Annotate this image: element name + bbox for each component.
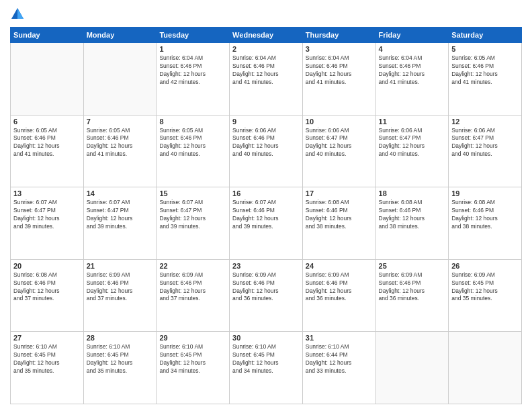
calendar-cell: 31Sunrise: 6:10 AM Sunset: 6:44 PM Dayli… <box>302 332 375 404</box>
page: SundayMondayTuesdayWednesdayThursdayFrid… <box>0 0 532 411</box>
calendar-cell: 13Sunrise: 6:07 AM Sunset: 6:47 PM Dayli… <box>11 187 84 260</box>
calendar-cell: 15Sunrise: 6:07 AM Sunset: 6:47 PM Dayli… <box>157 187 230 260</box>
day-info: Sunrise: 6:09 AM Sunset: 6:45 PM Dayligh… <box>451 271 519 304</box>
calendar-cell: 27Sunrise: 6:10 AM Sunset: 6:45 PM Dayli… <box>11 332 84 404</box>
day-number: 31 <box>306 334 373 342</box>
day-number: 2 <box>232 45 300 53</box>
day-info: Sunrise: 6:06 AM Sunset: 6:47 PM Dayligh… <box>379 127 446 159</box>
day-number: 23 <box>232 262 300 270</box>
day-info: Sunrise: 6:04 AM Sunset: 6:46 PM Dayligh… <box>159 54 226 87</box>
calendar-cell: 10Sunrise: 6:06 AM Sunset: 6:47 PM Dayli… <box>302 115 375 187</box>
calendar-cell: 28Sunrise: 6:10 AM Sunset: 6:45 PM Dayli… <box>83 332 157 404</box>
day-number: 20 <box>13 262 81 270</box>
day-info: Sunrise: 6:09 AM Sunset: 6:46 PM Dayligh… <box>232 271 300 304</box>
day-info: Sunrise: 6:10 AM Sunset: 6:45 PM Dayligh… <box>159 343 226 375</box>
calendar-cell: 5Sunrise: 6:05 AM Sunset: 6:46 PM Daylig… <box>449 43 522 116</box>
day-number: 5 <box>451 45 519 53</box>
weekday-header-sunday: Sunday <box>11 28 84 43</box>
day-number: 8 <box>159 118 226 126</box>
calendar-cell: 24Sunrise: 6:09 AM Sunset: 6:46 PM Dayli… <box>302 259 375 332</box>
calendar-cell: 19Sunrise: 6:08 AM Sunset: 6:46 PM Dayli… <box>449 187 522 260</box>
day-info: Sunrise: 6:09 AM Sunset: 6:46 PM Dayligh… <box>87 271 154 304</box>
calendar-cell: 3Sunrise: 6:04 AM Sunset: 6:46 PM Daylig… <box>302 43 375 116</box>
weekday-header-thursday: Thursday <box>302 28 375 43</box>
day-number: 22 <box>159 262 226 270</box>
calendar-week-3: 20Sunrise: 6:08 AM Sunset: 6:46 PM Dayli… <box>11 259 522 332</box>
day-info: Sunrise: 6:10 AM Sunset: 6:45 PM Dayligh… <box>13 343 81 375</box>
day-number: 30 <box>232 334 300 342</box>
weekday-header-tuesday: Tuesday <box>157 28 230 43</box>
calendar-header: SundayMondayTuesdayWednesdayThursdayFrid… <box>11 28 522 43</box>
day-number: 17 <box>306 189 373 197</box>
day-info: Sunrise: 6:08 AM Sunset: 6:46 PM Dayligh… <box>451 199 519 231</box>
day-info: Sunrise: 6:06 AM Sunset: 6:47 PM Dayligh… <box>451 127 519 159</box>
calendar-cell: 16Sunrise: 6:07 AM Sunset: 6:46 PM Dayli… <box>230 187 303 260</box>
calendar-week-4: 27Sunrise: 6:10 AM Sunset: 6:45 PM Dayli… <box>11 332 522 404</box>
day-number: 6 <box>13 118 81 126</box>
logo-icon <box>10 7 25 21</box>
day-info: Sunrise: 6:04 AM Sunset: 6:46 PM Dayligh… <box>306 54 373 87</box>
day-info: Sunrise: 6:10 AM Sunset: 6:45 PM Dayligh… <box>232 343 300 375</box>
weekday-header-friday: Friday <box>375 28 449 43</box>
day-info: Sunrise: 6:07 AM Sunset: 6:46 PM Dayligh… <box>232 199 300 231</box>
day-number: 15 <box>159 189 226 197</box>
weekday-header-monday: Monday <box>83 28 157 43</box>
calendar-week-1: 6Sunrise: 6:05 AM Sunset: 6:46 PM Daylig… <box>11 115 522 187</box>
day-info: Sunrise: 6:06 AM Sunset: 6:46 PM Dayligh… <box>232 127 300 159</box>
day-number: 12 <box>451 118 519 126</box>
calendar-cell <box>375 332 449 404</box>
day-number: 19 <box>451 189 519 197</box>
day-info: Sunrise: 6:05 AM Sunset: 6:46 PM Dayligh… <box>451 54 519 87</box>
day-info: Sunrise: 6:05 AM Sunset: 6:46 PM Dayligh… <box>13 127 81 159</box>
day-info: Sunrise: 6:04 AM Sunset: 6:46 PM Dayligh… <box>379 54 446 87</box>
day-number: 18 <box>379 189 446 197</box>
calendar-cell: 2Sunrise: 6:04 AM Sunset: 6:46 PM Daylig… <box>230 43 303 116</box>
calendar-cell: 26Sunrise: 6:09 AM Sunset: 6:45 PM Dayli… <box>449 259 522 332</box>
day-info: Sunrise: 6:08 AM Sunset: 6:46 PM Dayligh… <box>306 199 373 231</box>
day-info: Sunrise: 6:08 AM Sunset: 6:46 PM Dayligh… <box>379 199 446 231</box>
calendar-cell: 30Sunrise: 6:10 AM Sunset: 6:45 PM Dayli… <box>230 332 303 404</box>
day-number: 14 <box>87 189 154 197</box>
calendar-table: SundayMondayTuesdayWednesdayThursdayFrid… <box>10 27 522 404</box>
day-info: Sunrise: 6:07 AM Sunset: 6:47 PM Dayligh… <box>13 199 81 231</box>
calendar-cell: 17Sunrise: 6:08 AM Sunset: 6:46 PM Dayli… <box>302 187 375 260</box>
day-number: 9 <box>232 118 300 126</box>
day-number: 21 <box>87 262 154 270</box>
calendar-cell: 11Sunrise: 6:06 AM Sunset: 6:47 PM Dayli… <box>375 115 449 187</box>
day-number: 10 <box>306 118 373 126</box>
day-info: Sunrise: 6:10 AM Sunset: 6:45 PM Dayligh… <box>87 343 154 375</box>
day-info: Sunrise: 6:05 AM Sunset: 6:46 PM Dayligh… <box>159 127 226 159</box>
day-info: Sunrise: 6:07 AM Sunset: 6:47 PM Dayligh… <box>87 199 154 231</box>
header <box>10 7 522 21</box>
day-info: Sunrise: 6:04 AM Sunset: 6:46 PM Dayligh… <box>232 54 300 87</box>
day-info: Sunrise: 6:09 AM Sunset: 6:46 PM Dayligh… <box>379 271 446 304</box>
calendar-cell: 25Sunrise: 6:09 AM Sunset: 6:46 PM Dayli… <box>375 259 449 332</box>
day-number: 7 <box>87 118 154 126</box>
calendar-week-0: 1Sunrise: 6:04 AM Sunset: 6:46 PM Daylig… <box>11 43 522 116</box>
day-number: 28 <box>87 334 154 342</box>
day-number: 25 <box>379 262 446 270</box>
calendar-cell: 29Sunrise: 6:10 AM Sunset: 6:45 PM Dayli… <box>157 332 230 404</box>
logo <box>10 7 26 21</box>
weekday-header-row: SundayMondayTuesdayWednesdayThursdayFrid… <box>11 28 522 43</box>
day-number: 13 <box>13 189 81 197</box>
day-number: 11 <box>379 118 446 126</box>
calendar-cell: 8Sunrise: 6:05 AM Sunset: 6:46 PM Daylig… <box>157 115 230 187</box>
day-info: Sunrise: 6:05 AM Sunset: 6:46 PM Dayligh… <box>87 127 154 159</box>
calendar-cell: 7Sunrise: 6:05 AM Sunset: 6:46 PM Daylig… <box>83 115 157 187</box>
day-number: 26 <box>451 262 519 270</box>
day-number: 4 <box>379 45 446 53</box>
calendar-cell: 21Sunrise: 6:09 AM Sunset: 6:46 PM Dayli… <box>83 259 157 332</box>
calendar-cell <box>83 43 157 116</box>
calendar-cell: 12Sunrise: 6:06 AM Sunset: 6:47 PM Dayli… <box>449 115 522 187</box>
day-info: Sunrise: 6:09 AM Sunset: 6:46 PM Dayligh… <box>159 271 226 304</box>
day-info: Sunrise: 6:06 AM Sunset: 6:47 PM Dayligh… <box>306 127 373 159</box>
calendar-cell <box>449 332 522 404</box>
day-number: 3 <box>306 45 373 53</box>
day-info: Sunrise: 6:10 AM Sunset: 6:44 PM Dayligh… <box>306 343 373 375</box>
svg-marker-1 <box>17 8 24 19</box>
calendar-cell: 4Sunrise: 6:04 AM Sunset: 6:46 PM Daylig… <box>375 43 449 116</box>
day-number: 16 <box>232 189 300 197</box>
weekday-header-saturday: Saturday <box>449 28 522 43</box>
day-info: Sunrise: 6:08 AM Sunset: 6:46 PM Dayligh… <box>13 271 81 304</box>
